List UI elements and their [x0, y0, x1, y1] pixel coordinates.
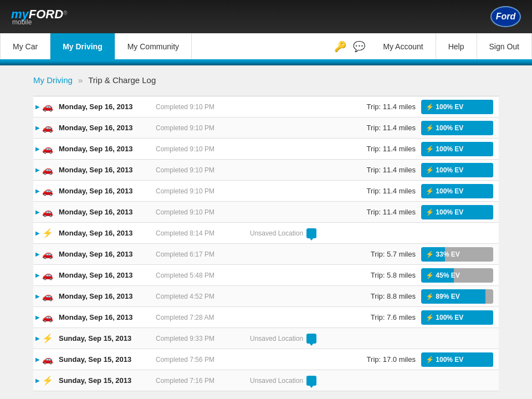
ev-percentage-bar: ⚡ 100% EV	[421, 352, 493, 367]
trip-date: Monday, Sep 16, 2013	[59, 187, 156, 195]
nav-my-car[interactable]: My Car	[0, 33, 50, 59]
trip-row[interactable]: ▶🚗Monday, Sep 16, 2013Completed 5:48 PMT…	[33, 265, 499, 286]
ev-bar-container: ⚡ 45% EV	[421, 268, 499, 283]
trip-row[interactable]: ▶🚗Monday, Sep 16, 2013Completed 9:10 PMT…	[33, 96, 499, 117]
key-icon[interactable]: 🔑	[334, 40, 346, 53]
trip-date: Monday, Sep 16, 2013	[59, 250, 156, 258]
trip-mileage: Trip: 11.4 miles	[349, 166, 421, 174]
trip-status: Completed 7:56 PM	[156, 356, 250, 364]
ev-label-text: ⚡ 100% EV	[421, 310, 463, 325]
ev-bar-container: ⚡ 89% EV	[421, 289, 499, 304]
trip-mileage: Trip: 17.0 miles	[349, 355, 421, 364]
nav-icon-group: 🔑 💬	[329, 33, 371, 59]
ev-percentage-bar: ⚡ 100% EV	[421, 310, 493, 325]
ev-bar-container: ⚡ 100% EV	[421, 352, 499, 367]
nav-help[interactable]: Help	[436, 33, 477, 59]
trip-status: Completed 9:33 PM	[156, 335, 250, 342]
car-icon: 🚗	[42, 312, 59, 323]
trip-date: Monday, Sep 16, 2013	[59, 124, 156, 132]
trip-date: Sunday, Sep 15, 2013	[59, 334, 156, 342]
expand-arrow-icon[interactable]: ▶	[33, 104, 42, 110]
ev-label-text: ⚡ 33% EV	[421, 247, 460, 262]
expand-arrow-icon[interactable]: ▶	[33, 188, 42, 194]
nav-sign-out[interactable]: Sign Out	[477, 33, 532, 59]
trip-date: Sunday, Sep 15, 2013	[59, 355, 156, 364]
logo: myFORD® mobile	[11, 7, 68, 26]
expand-arrow-icon[interactable]: ▶	[33, 146, 42, 152]
logo-reg: ®	[63, 10, 67, 16]
trip-mileage: Trip: 11.4 miles	[349, 187, 421, 195]
car-icon: 🚗	[42, 122, 59, 133]
trip-row[interactable]: ▶🚗Monday, Sep 16, 2013Completed 6:17 PMT…	[33, 244, 499, 265]
trip-mileage: Trip: 5.8 miles	[349, 271, 421, 279]
trip-location: Unsaved Location	[250, 228, 499, 238]
trip-status: Completed 7:28 AM	[156, 314, 250, 321]
expand-arrow-icon[interactable]: ▶	[33, 167, 42, 173]
charge-icon: ⚡	[42, 375, 59, 386]
main-nav: My Car My Driving My Community 🔑 💬 My Ac…	[0, 33, 532, 61]
trip-date: Monday, Sep 16, 2013	[59, 208, 156, 216]
expand-arrow-icon[interactable]: ▶	[33, 335, 42, 341]
expand-arrow-icon[interactable]: ▶	[33, 272, 42, 278]
trip-row[interactable]: ▶🚗Monday, Sep 16, 2013Completed 9:10 PMT…	[33, 202, 499, 223]
ev-label-text: ⚡ 100% EV	[421, 184, 463, 198]
trip-row[interactable]: ▶🚗Monday, Sep 16, 2013Completed 4:52 PMT…	[33, 286, 499, 307]
trip-row[interactable]: ▶🚗Monday, Sep 16, 2013Completed 9:10 PMT…	[33, 181, 499, 202]
car-icon: 🚗	[42, 186, 59, 196]
ev-label-text: ⚡ 89% EV	[421, 289, 460, 304]
nav-my-driving[interactable]: My Driving	[50, 33, 115, 59]
ev-label-text: ⚡ 100% EV	[421, 205, 463, 219]
expand-arrow-icon[interactable]: ▶	[33, 209, 42, 215]
trip-row[interactable]: ▶⚡Monday, Sep 16, 2013Completed 8:14 PMU…	[33, 223, 499, 244]
main-content: ▶🚗Monday, Sep 16, 2013Completed 9:10 PMT…	[0, 90, 532, 399]
ev-percentage-bar: ⚡ 33% EV	[421, 247, 493, 262]
trip-row[interactable]: ▶🚗Monday, Sep 16, 2013Completed 7:28 AMT…	[33, 307, 499, 328]
location-pin-icon[interactable]	[306, 228, 316, 238]
nav-my-community[interactable]: My Community	[115, 33, 192, 59]
expand-arrow-icon[interactable]: ▶	[33, 314, 42, 320]
trip-row[interactable]: ▶🚗Monday, Sep 16, 2013Completed 9:10 PMT…	[33, 117, 499, 139]
ev-percentage-bar: ⚡ 100% EV	[421, 100, 493, 114]
header: myFORD® mobile Ford	[0, 0, 532, 33]
trip-date: Monday, Sep 16, 2013	[59, 166, 156, 174]
ev-label-text: ⚡ 100% EV	[421, 352, 463, 367]
message-icon[interactable]: 💬	[353, 40, 365, 53]
trip-status: Completed 9:10 PM	[156, 124, 250, 132]
trip-status: Completed 8:14 PM	[156, 229, 250, 237]
expand-arrow-icon[interactable]: ▶	[33, 377, 42, 383]
expand-arrow-icon[interactable]: ▶	[33, 230, 42, 236]
expand-arrow-icon[interactable]: ▶	[33, 293, 42, 299]
car-icon: 🚗	[42, 101, 59, 112]
ev-label-text: ⚡ 100% EV	[421, 100, 463, 114]
trip-status: Completed 5:48 PM	[156, 272, 250, 279]
nav-my-account[interactable]: My Account	[371, 33, 436, 59]
trip-row[interactable]: ▶🚗Monday, Sep 16, 2013Completed 9:10 PMT…	[33, 139, 499, 160]
trip-status: Completed 9:10 PM	[156, 166, 250, 174]
ev-percentage-bar: ⚡ 89% EV	[421, 289, 493, 304]
ev-percentage-bar: ⚡ 100% EV	[421, 121, 493, 135]
trip-row[interactable]: ▶🚗Sunday, Sep 15, 2013Completed 7:56 PMT…	[33, 349, 499, 370]
location-pin-icon[interactable]	[306, 334, 316, 344]
trip-date: Monday, Sep 16, 2013	[59, 271, 156, 279]
trip-date: Monday, Sep 16, 2013	[59, 313, 156, 321]
location-pin-icon[interactable]	[306, 376, 316, 386]
ev-bar-container: ⚡ 100% EV	[421, 184, 499, 198]
car-icon: 🚗	[42, 291, 59, 301]
expand-arrow-icon[interactable]: ▶	[33, 251, 42, 257]
trip-date: Sunday, Sep 15, 2013	[59, 376, 156, 385]
trip-row[interactable]: ▶⚡Sunday, Sep 15, 2013Completed 7:16 PMU…	[33, 370, 499, 391]
trip-status: Completed 9:10 PM	[156, 208, 250, 216]
trip-mileage: Trip: 7.6 miles	[349, 313, 421, 321]
ev-bar-container: ⚡ 33% EV	[421, 247, 499, 262]
expand-arrow-icon[interactable]: ▶	[33, 125, 42, 131]
expand-arrow-icon[interactable]: ▶	[33, 356, 42, 362]
ford-oval-text: Ford	[496, 12, 516, 22]
trip-row[interactable]: ▶🚗Monday, Sep 16, 2013Completed 9:10 PMT…	[33, 160, 499, 181]
trip-status: Completed 9:10 PM	[156, 145, 250, 153]
trip-row[interactable]: ▶⚡Sunday, Sep 15, 2013Completed 9:33 PMU…	[33, 328, 499, 349]
ev-bar-container: ⚡ 100% EV	[421, 142, 499, 156]
charge-icon: ⚡	[42, 228, 59, 238]
trip-mileage: Trip: 5.7 miles	[349, 250, 421, 258]
trip-mileage: Trip: 11.4 miles	[349, 208, 421, 216]
breadcrumb-parent[interactable]: My Driving	[33, 75, 73, 85]
